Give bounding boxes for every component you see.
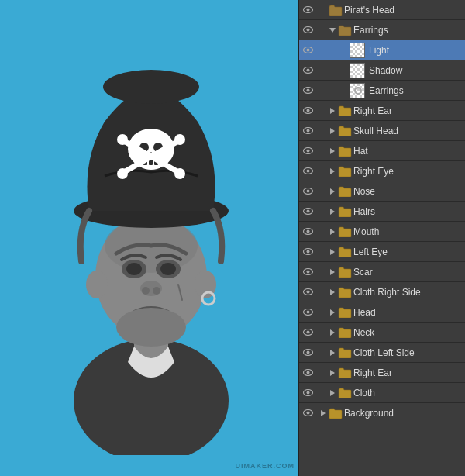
- folder-icon-background: [329, 408, 343, 419]
- layer-name-right-eye: Right Eye: [352, 166, 465, 177]
- layers-panel: Pirat's HeadEarringsLightShadowEarringsR…: [298, 0, 465, 476]
- arrow-icon-right-ear[interactable]: [327, 108, 338, 114]
- layer-row-cloth-left-side[interactable]: Cloth Left Side: [299, 343, 465, 363]
- layer-row-right-ear[interactable]: Right Ear: [299, 101, 465, 121]
- layer-name-background: Background: [343, 408, 465, 419]
- folder-icon-right-ear-2: [338, 367, 352, 378]
- arrow-icon-mouth[interactable]: [327, 229, 338, 235]
- svg-marker-73: [330, 309, 335, 316]
- layer-row-right-eye[interactable]: Right Eye: [299, 161, 465, 181]
- layer-name-cloth-left-side: Cloth Left Side: [352, 347, 465, 358]
- layer-row-neck[interactable]: Neck: [299, 323, 465, 343]
- layer-name-earrings-group: Earrings: [352, 25, 465, 36]
- svg-point-28: [117, 168, 128, 179]
- layer-name-light: Light: [367, 45, 465, 56]
- eye-icon-shadow[interactable]: [299, 67, 316, 74]
- svg-point-63: [306, 250, 309, 254]
- svg-marker-46: [330, 128, 335, 134]
- arrow-icon-cloth-right-side[interactable]: [327, 289, 338, 295]
- layer-row-pirates-head[interactable]: Pirat's Head: [299, 0, 465, 20]
- folder-icon-right-ear: [338, 105, 352, 116]
- arrow-icon-scar[interactable]: [327, 269, 338, 275]
- eye-icon-hairs[interactable]: [299, 208, 316, 215]
- svg-marker-34: [329, 28, 336, 33]
- svg-point-16: [103, 70, 199, 104]
- arrow-icon-cloth[interactable]: [327, 390, 338, 396]
- svg-point-48: [306, 150, 309, 153]
- svg-point-66: [306, 271, 309, 274]
- svg-marker-67: [330, 269, 335, 275]
- arrow-icon-right-eye[interactable]: [327, 168, 338, 174]
- eye-icon-right-ear-2[interactable]: [299, 369, 316, 376]
- eye-icon-earrings-layer[interactable]: [299, 87, 316, 94]
- layer-name-head: Head: [352, 307, 465, 318]
- svg-point-10: [160, 263, 176, 275]
- arrow-icon-skull-head[interactable]: [327, 128, 338, 134]
- eye-icon-background[interactable]: [299, 409, 316, 416]
- arrow-icon-right-ear-2[interactable]: [327, 370, 338, 376]
- arrow-icon-earrings-group[interactable]: [327, 27, 338, 33]
- layer-name-cloth-right-side: Cloth Right Side: [352, 287, 465, 298]
- arrow-icon-neck[interactable]: [327, 329, 338, 336]
- eye-icon-light[interactable]: [299, 47, 316, 53]
- arrow-icon-background[interactable]: [318, 410, 329, 416]
- eye-icon-neck[interactable]: [299, 329, 316, 336]
- eye-icon-left-eye[interactable]: [299, 248, 316, 255]
- layer-name-earrings-layer: Earrings: [367, 85, 465, 96]
- svg-point-12: [142, 287, 150, 295]
- layer-name-mouth: Mouth: [352, 226, 465, 237]
- arrow-icon-head[interactable]: [327, 309, 338, 316]
- folder-icon-mouth: [338, 226, 352, 237]
- svg-point-33: [306, 29, 309, 32]
- eye-icon-mouth[interactable]: [299, 228, 316, 235]
- svg-marker-70: [330, 289, 335, 295]
- svg-marker-52: [330, 168, 335, 174]
- arrow-icon-left-eye[interactable]: [327, 249, 338, 255]
- layer-row-background[interactable]: Background: [299, 403, 465, 423]
- svg-point-45: [306, 129, 309, 133]
- arrow-icon-cloth-left-side[interactable]: [327, 350, 338, 356]
- eye-icon-nose[interactable]: [299, 188, 316, 195]
- eye-icon-hat[interactable]: [299, 147, 316, 154]
- folder-icon-hat: [338, 146, 352, 157]
- eye-icon-earrings-group[interactable]: [299, 26, 316, 33]
- svg-point-42: [306, 109, 309, 112]
- layer-row-earrings-group[interactable]: Earrings: [299, 20, 465, 40]
- layer-row-cloth-right-side[interactable]: Cloth Right Side: [299, 282, 465, 302]
- layer-row-mouth[interactable]: Mouth: [299, 222, 465, 242]
- layer-row-head[interactable]: Head: [299, 302, 465, 323]
- svg-point-60: [306, 230, 309, 233]
- eye-icon-right-eye[interactable]: [299, 167, 316, 174]
- eye-icon-right-ear[interactable]: [299, 107, 316, 114]
- layer-name-right-ear-2: Right Ear: [352, 367, 465, 378]
- arrow-icon-hat[interactable]: [327, 148, 338, 154]
- eye-icon-pirates-head[interactable]: [299, 6, 316, 13]
- layer-row-scar[interactable]: Scar: [299, 262, 465, 282]
- eye-icon-cloth-left-side[interactable]: [299, 349, 316, 356]
- arrow-icon-nose[interactable]: [327, 188, 338, 195]
- layer-row-earrings-layer[interactable]: Earrings: [299, 81, 465, 101]
- layer-row-nose[interactable]: Nose: [299, 181, 465, 202]
- svg-marker-85: [330, 390, 335, 396]
- arrow-icon-hairs[interactable]: [327, 209, 338, 215]
- svg-point-51: [306, 170, 309, 173]
- layer-row-skull-head[interactable]: Skull Head: [299, 121, 465, 141]
- layer-row-hairs[interactable]: Hairs: [299, 202, 465, 222]
- eye-icon-head[interactable]: [299, 309, 316, 316]
- layer-row-right-ear-2[interactable]: Right Ear: [299, 363, 465, 383]
- layer-row-hat[interactable]: Hat: [299, 141, 465, 161]
- layer-row-shadow[interactable]: Shadow: [299, 60, 465, 81]
- layer-row-cloth[interactable]: Cloth: [299, 383, 465, 403]
- svg-marker-82: [330, 370, 335, 376]
- svg-marker-43: [330, 108, 335, 114]
- eye-icon-cloth-right-side[interactable]: [299, 288, 316, 295]
- folder-icon-skull-head: [338, 126, 352, 136]
- svg-point-13: [153, 287, 160, 295]
- layer-row-left-eye[interactable]: Left Eye: [299, 242, 465, 262]
- eye-icon-skull-head[interactable]: [299, 127, 316, 134]
- svg-point-40: [306, 89, 309, 92]
- eye-icon-cloth[interactable]: [299, 389, 316, 396]
- eye-icon-scar[interactable]: [299, 268, 316, 275]
- layer-row-light[interactable]: Light: [299, 40, 465, 60]
- svg-point-36: [306, 49, 309, 52]
